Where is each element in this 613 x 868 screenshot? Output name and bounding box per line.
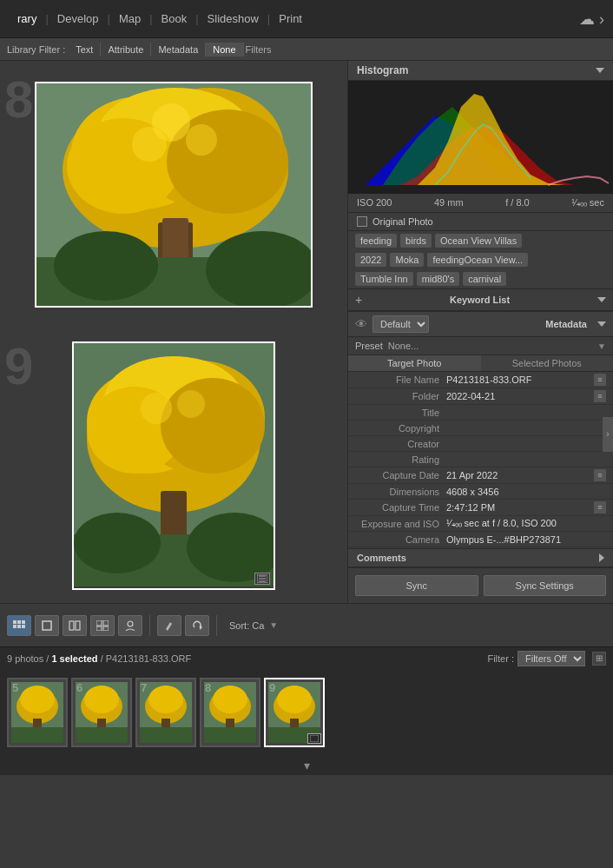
- meta-key-exposure: Exposure and ISO: [355, 519, 446, 529]
- svg-point-61: [148, 686, 183, 713]
- metadata-title: Metadata: [545, 319, 587, 329]
- nav-item-library[interactable]: rary: [9, 12, 45, 25]
- filter-btn-metadata[interactable]: Metadata: [151, 43, 206, 56]
- toolbar-separator-2: [216, 615, 217, 636]
- meta-icon-folder[interactable]: ≡: [594, 390, 606, 402]
- histogram-collapse-icon[interactable]: [596, 68, 604, 73]
- toolbar-rotate-btn[interactable]: [185, 615, 209, 636]
- meta-key-title: Title: [355, 407, 446, 418]
- filmstrip-expand-btn[interactable]: ⊞: [592, 652, 606, 666]
- svg-rect-34: [13, 620, 16, 624]
- meta-icon-capturedate[interactable]: ≡: [594, 469, 606, 481]
- toolbar-survey-btn[interactable]: [90, 615, 115, 636]
- toolbar-grid-btn[interactable]: [7, 615, 31, 636]
- nav-item-slideshow[interactable]: Slideshow: [199, 12, 267, 25]
- svg-rect-45: [96, 626, 102, 631]
- keyword-add-icon[interactable]: +: [355, 293, 362, 307]
- keyword-tag-moka[interactable]: Moka: [390, 253, 424, 267]
- top-navigation: rary | Develop | Map | Book | Slideshow …: [0, 0, 613, 38]
- histogram-title: Histogram: [357, 64, 408, 76]
- tab-selected-photos[interactable]: Selected Photos: [481, 355, 614, 371]
- filmstrip-thumb-9-num: 9: [269, 681, 275, 694]
- meta-key-dimensions: Dimensions: [355, 487, 446, 497]
- nav-item-develop[interactable]: Develop: [49, 12, 108, 25]
- tab-target-photo[interactable]: Target Photo: [348, 355, 481, 371]
- svg-rect-63: [140, 727, 192, 743]
- filmstrip-filter: Filter : Filters Off ⊞: [487, 651, 606, 666]
- nav-item-print[interactable]: Print: [270, 12, 311, 25]
- toolbar-compare-btn[interactable]: [63, 615, 87, 636]
- filmstrip-name: / P4213181-833.ORF: [98, 653, 192, 664]
- meta-icon-filename[interactable]: ≡: [594, 374, 606, 386]
- keyword-tags-row3: Tumble Inn mid80's carnival: [348, 269, 613, 288]
- keyword-tag-ocean[interactable]: Ocean View Villas: [435, 234, 522, 248]
- keyword-list-collapse[interactable]: [597, 297, 606, 302]
- sync-button[interactable]: Sync: [355, 575, 478, 596]
- original-photo-checkbox[interactable]: [357, 216, 367, 227]
- photo-cell-9[interactable]: 9: [0, 328, 347, 603]
- keyword-tags-row2: 2022 Moka feedingOcean View...: [348, 250, 613, 269]
- filmstrip-nav-arrow[interactable]: ▾: [304, 759, 310, 772]
- photo-selected-icon: [254, 573, 270, 585]
- bottom-toolbar: Sort: Ca ▼: [0, 603, 613, 646]
- nav-item-map[interactable]: Map: [110, 12, 149, 25]
- svg-rect-46: [103, 626, 109, 631]
- svg-rect-41: [69, 621, 74, 630]
- svg-rect-36: [22, 620, 25, 624]
- metadata-eye-icon[interactable]: 👁: [355, 317, 367, 331]
- filmstrip-filter-select[interactable]: Filters Off: [517, 651, 585, 666]
- svg-point-14: [152, 103, 190, 142]
- filmstrip-thumb-5[interactable]: 5: [7, 678, 68, 747]
- metadata-collapse-icon[interactable]: [597, 321, 606, 327]
- filmstrip-selected-icon: [307, 733, 321, 744]
- toolbar-people-btn[interactable]: [118, 615, 142, 636]
- cloud-sync-icon[interactable]: ☁ ›: [579, 10, 604, 29]
- toolbar-painter-btn[interactable]: [157, 615, 181, 636]
- svg-rect-35: [17, 620, 21, 624]
- meta-row-dimensions: Dimensions 4608 x 3456: [348, 484, 613, 500]
- filmstrip-thumb-6[interactable]: 6: [71, 678, 132, 747]
- keyword-tag-birds[interactable]: birds: [400, 234, 432, 248]
- comments-expand-icon[interactable]: [599, 553, 604, 562]
- preset-value: None...: [388, 341, 597, 351]
- svg-point-56: [84, 686, 119, 713]
- original-photo-row[interactable]: Original Photo: [348, 213, 613, 231]
- filter-btn-none[interactable]: None: [206, 43, 243, 56]
- filmstrip-info: 9 photos / 1 selected / P4213181-833.ORF: [7, 653, 191, 664]
- sort-dropdown-icon[interactable]: ▼: [269, 620, 278, 630]
- metadata-view-select[interactable]: Default: [372, 315, 429, 333]
- meta-icon-capturetime[interactable]: ≡: [594, 501, 606, 514]
- aperture-value: f / 8.0: [505, 197, 530, 209]
- filter-btn-text[interactable]: Text: [69, 43, 101, 56]
- meta-key-creator: Creator: [355, 439, 446, 449]
- filmstrip-bar: 9 photos / 1 selected / P4213181-833.ORF…: [0, 646, 613, 669]
- focal-value: 49 mm: [434, 197, 464, 209]
- comments-header: Comments: [348, 548, 613, 567]
- svg-point-10: [54, 231, 158, 301]
- keyword-tag-mid80[interactable]: mid80's: [417, 272, 460, 286]
- photo-cell-8[interactable]: 8: [0, 61, 347, 328]
- keyword-list-label[interactable]: Keyword List: [450, 295, 510, 305]
- nav-item-book[interactable]: Book: [153, 12, 196, 25]
- keyword-tag-feeding[interactable]: feeding: [355, 234, 397, 248]
- filter-more-btn[interactable]: Filters: [246, 44, 272, 55]
- meta-key-capturedate: Capture Date: [355, 470, 446, 480]
- filmstrip-thumb-8[interactable]: 8: [200, 678, 260, 747]
- meta-row-filename: File Name P4213181-833.ORF ≡: [348, 372, 613, 388]
- main-area: 8: [0, 61, 613, 603]
- filmstrip-thumb-9[interactable]: 9: [264, 678, 325, 747]
- cell-number-8: 8: [4, 70, 33, 129]
- keyword-tag-tumble[interactable]: Tumble Inn: [355, 272, 413, 286]
- filter-bar-label: Library Filter :: [7, 44, 65, 55]
- preset-row: Preset None... ▼: [348, 337, 613, 355]
- right-panel-collapse[interactable]: ›: [603, 417, 613, 452]
- meta-row-capturetime: Capture Time 2:47:12 PM ≡: [348, 500, 613, 516]
- keyword-tag-feedingocean[interactable]: feedingOcean View...: [427, 253, 528, 267]
- preset-dropdown-icon[interactable]: ▼: [597, 341, 606, 351]
- sync-settings-button[interactable]: Sync Settings: [484, 575, 607, 596]
- keyword-tag-2022[interactable]: 2022: [355, 253, 386, 267]
- keyword-tag-carnival[interactable]: carnival: [463, 272, 506, 286]
- filmstrip-thumb-7[interactable]: 7: [135, 678, 196, 747]
- toolbar-loupe-btn[interactable]: [35, 615, 59, 636]
- filter-btn-attribute[interactable]: Attribute: [101, 43, 151, 56]
